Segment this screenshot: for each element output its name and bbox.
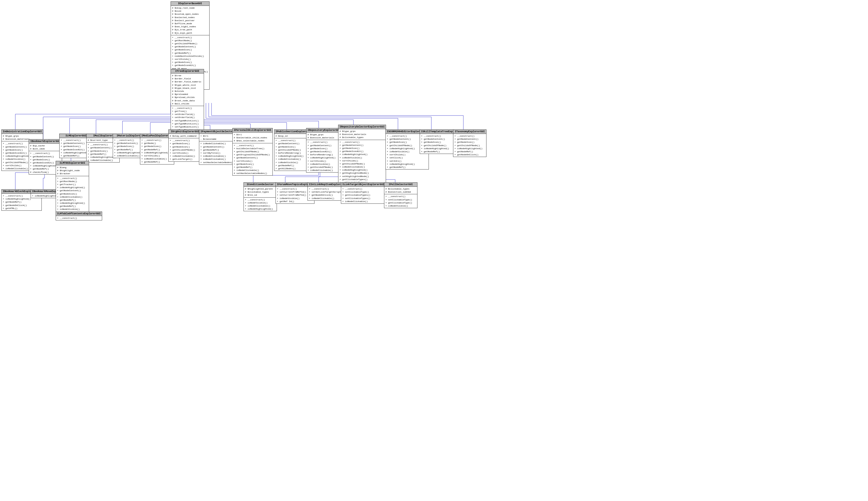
method-item: + buildSelectableTree() — [234, 147, 271, 150]
method-item: + getNodeRef() — [57, 205, 88, 207]
uml-box-iconditionselector: IConditionSelector# $highlighted_parent#… — [244, 182, 277, 211]
attr-item: # $childs — [172, 89, 203, 93]
method-item: + isNodeHighlighted() — [308, 156, 341, 159]
method-item: + getNodeIcon() — [340, 147, 385, 150]
method-item: + getNodeIconAlt() — [172, 64, 208, 67]
method-item: + isNodeClickable() — [57, 195, 88, 199]
box-attrs-iconditionselector: # $highlighted_parent# $clickable_types#… — [244, 187, 277, 198]
method-item: # setHasSelectableNodes() — [234, 172, 271, 175]
method-item: + isNodeHighlighted() — [454, 147, 485, 150]
method-item: + setClick() — [387, 156, 427, 159]
attr-item: # $type_grps — [3, 135, 42, 138]
method-item: + __construct() — [245, 198, 276, 201]
box-methods-ilinktargetobjectexplorergui: + __construct()+ setClickableType()+ get… — [341, 187, 385, 203]
uml-box-irepositoryexplorergui: IRepositoryExplorerGUI# $type_grps# $ses… — [306, 128, 342, 173]
attr-item: # $custom_open_nodes — [172, 12, 208, 15]
method-item: + getNodeRef() — [200, 148, 234, 151]
method-item: + getChildsOfNode() — [340, 162, 385, 165]
method-item: + getTracker() — [57, 183, 88, 186]
attr-item: # $js_tree_path — [172, 28, 208, 31]
method-item: + getChildsOfNode() — [172, 42, 208, 45]
box-title-iorgunitexplorergui: IOrgUnitExplorerGUI — [169, 130, 202, 134]
attr-item: # $skip_root_node — [172, 7, 208, 10]
method-item: + sortChilds() — [234, 159, 271, 162]
box-title-ilmtocexplorergui: ILMTOCExplorerGUI — [56, 161, 89, 165]
attr-item: # $tracker — [57, 172, 88, 175]
method-item: + getOriginalChildsOfNode() — [234, 153, 271, 156]
method-item: + sortChilds() — [172, 57, 208, 61]
box-methods-iconditionselector: + __construct()+ isNodeVisible()+ isNode… — [244, 198, 277, 211]
box-title-ipaymentobjectselector: IPaymentObjectSelector — [199, 130, 235, 134]
uml-box-itaxonomyexplorergui: ITaxonomyExplorerGUI+ __construct()+ get… — [453, 129, 486, 157]
method-item: + __construct() — [385, 195, 416, 198]
uml-box-ipaymentobjectselector: IPaymentObjectSelector+ $trl- $classname… — [199, 129, 235, 165]
box-attrs-ipersonalskillexplorergui: + $trl# $selectable_child_nodes# $has_se… — [233, 132, 272, 143]
method-item: + getNodeRef() — [172, 52, 208, 55]
method-item: + getRootNode() — [172, 39, 208, 42]
method-item: + isNodeClickable() — [200, 154, 234, 158]
method-item: + getChildsOfNode() — [454, 144, 485, 147]
box-title-ilmtableofcontentsexplorergui: ILMTableOfContentsExplorerGUI — [56, 212, 102, 216]
method-item: + isNodeHighlighted() — [340, 168, 385, 171]
box-title-itaxonomyexplorergui: ITaxonomyExplorerGUI — [453, 130, 486, 134]
method-item: + setTypeWhiteList() — [172, 119, 203, 122]
method-item: + setHighlightedNode() — [340, 175, 385, 178]
attr-item: # $js_expl_path — [172, 31, 208, 34]
method-item: + getNodeRef() — [454, 150, 485, 153]
method-item: + setHasSelectableNodes() — [200, 161, 234, 164]
method-item: + isNodeClickable() — [200, 142, 234, 145]
method-item: + __construct() — [234, 144, 271, 147]
method-item: + setClickableType() — [385, 198, 416, 201]
box-methods-iorgunitexplorergui: + __construct()+ getNodeIcon()+ getNodeI… — [169, 138, 202, 161]
uml-box-ipollselectorgui: IPollSelectorGUI# $clickable_types# $sel… — [384, 182, 417, 208]
attr-item: # $session_materials — [340, 133, 385, 136]
box-title-itreeexplorergui: ITreeExplorerGUI — [171, 69, 204, 74]
box-methods-itaxonomyexplorergui: + __construct()+ getNodeContent()+ getNo… — [453, 134, 486, 157]
attr-item: + $trl — [234, 133, 271, 136]
method-item: + isNodeHighlighted() — [387, 162, 427, 166]
attr-item: # $stay_with_command — [170, 135, 200, 138]
attr-item: # $clickable_types — [340, 136, 385, 139]
attr-item: + $trl — [200, 135, 234, 138]
method-item: + setOrderfield() — [172, 113, 203, 116]
method-item: + getTypeWhiteList() — [172, 122, 203, 125]
method-item: + sortByTitle() — [200, 151, 234, 154]
method-item: + getHighlightedNode() — [340, 171, 385, 174]
method-item: + getNodeRef() — [234, 166, 271, 169]
method-item: + isNodeClickable() — [88, 159, 118, 162]
method-item: + getClickableTypes() — [340, 178, 385, 181]
method-item: + getRootNode() — [57, 180, 88, 183]
method-item: + getNodeContent() — [454, 138, 485, 140]
method-item: + getLinkTarget() — [170, 158, 200, 161]
method-item: + setTypeBlackList() — [172, 125, 203, 128]
box-methods-ipaymentobjectselector: + isNodeClickable()+ getNodeContent()+ g… — [199, 141, 235, 164]
method-item: + getNodeRef() — [387, 166, 427, 169]
box-attrs-irepositoryselectorexplorergui: # $type_grps# $session_materials# $click… — [339, 129, 386, 140]
method-item: + getNodeContent() — [30, 155, 61, 158]
method-item: + isNodeClickable() — [308, 169, 341, 172]
attr-item: # $selected_nodes — [172, 16, 208, 19]
attr-item: # $lang — [57, 166, 88, 169]
method-item: + getHTML() — [3, 207, 40, 210]
method-item: + isNodeVisible() — [385, 204, 416, 207]
attr-item: # $type_grps — [308, 133, 341, 136]
method-item: + isNodeVisible() — [245, 201, 276, 204]
attr-item: # $selectable_child_nodes — [234, 136, 271, 139]
box-title-iexplorerbasegui: IExplorerBaseGUI — [171, 2, 209, 6]
method-item: + isNodeVisible() — [57, 207, 88, 211]
method-item: + isNodeClickable() — [342, 200, 384, 203]
attr-item: # $preload_childs — [172, 96, 203, 99]
box-attrs-ibookmarkexplorergui: # $ip_cache# $int_lmob — [29, 143, 62, 151]
method-item: + getNodeContent() — [308, 144, 341, 147]
attr-item: # $sec_highl_nodes — [172, 25, 208, 28]
arrows-svg — [0, 0, 868, 501]
method-item: + setClickableTypes() — [342, 197, 384, 200]
box-title-iadministrationexplorergui: IAdministrationExplorerGUI — [2, 130, 43, 134]
method-item: + isNodeVisible() — [340, 156, 385, 159]
attr-item: # $highlighted_parent — [245, 187, 276, 190]
attr-item: # $preloaded — [172, 93, 203, 96]
box-attrs-ipaymentobjectselector: + $trl- $classname — [199, 134, 235, 141]
box-title-irepositoryselectorexplorergui: IRepositorySelectorExplorerGUI — [339, 125, 386, 129]
box-title-ipollselectorgui: IPollSelectorGUI — [384, 183, 417, 187]
attr-item: - $classname — [200, 138, 234, 140]
